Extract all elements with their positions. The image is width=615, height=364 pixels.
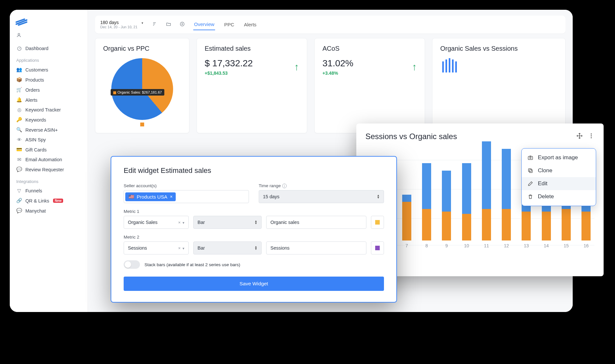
x-tick: 9 xyxy=(445,243,448,248)
label-time-range: Time rangei xyxy=(259,183,384,188)
metric1-color-picker[interactable] xyxy=(371,216,384,229)
nav-products[interactable]: 📦Products xyxy=(13,75,84,85)
time-range-select[interactable]: 15 days ▲▼ xyxy=(259,190,384,203)
nav-reverse-asin-label: Reverse ASIN+ xyxy=(25,127,58,133)
tooltip-swatch-icon xyxy=(113,91,116,94)
bar-segment-organic xyxy=(502,209,511,240)
metric1-alias-input[interactable]: Organic sales xyxy=(266,216,366,229)
bar-column: 7 xyxy=(398,195,415,248)
metric2-select[interactable]: Sessions ×▾ xyxy=(124,241,189,254)
svg-rect-13 xyxy=(529,170,532,173)
eye-icon: 👁 xyxy=(16,137,22,142)
clear-icon[interactable]: × xyxy=(178,246,181,251)
key-icon: 🔑 xyxy=(16,117,22,123)
copy-icon xyxy=(527,168,534,174)
account-chip[interactable]: 🇺🇸 Products USA × xyxy=(125,192,176,201)
topbar: 180 days Dec 14, 20 - Jun 10, 21 Overvie… xyxy=(95,16,566,33)
trend-up-icon: ↑ xyxy=(412,61,417,72)
save-widget-button[interactable]: Save Widget xyxy=(124,277,384,291)
label-seller-accounts: Seller account(s) xyxy=(124,183,249,188)
menu-edit[interactable]: Edit xyxy=(522,177,596,190)
metric2-type-select[interactable]: Bar ▲▼ xyxy=(193,241,262,254)
color-swatch-icon xyxy=(375,246,380,250)
metric1-select[interactable]: Organic Sales ×▾ xyxy=(124,216,189,229)
add-icon[interactable] xyxy=(180,21,185,28)
x-tick: 13 xyxy=(524,243,529,248)
nav-asin-spy[interactable]: 👁ASIN Spy xyxy=(13,135,84,145)
bar-segment-organic xyxy=(542,212,551,240)
nav-funnels[interactable]: ▽Funnels xyxy=(13,186,84,196)
nav-alerts[interactable]: 🔔Alerts xyxy=(13,95,84,105)
metric2-value: Sessions xyxy=(128,245,147,251)
bar-column: 11 xyxy=(478,141,495,248)
card-estimated-sales: Estimated sales $ 17,332.22 +$1,843.53 ↑ xyxy=(197,38,307,133)
tab-overview[interactable]: Overview xyxy=(193,19,215,30)
nav-orders-label: Orders xyxy=(25,87,40,93)
nav-email-automation[interactable]: ✉Email Automation xyxy=(13,155,84,164)
nav-email-automation-label: Email Automation xyxy=(25,157,62,162)
nav-manychat[interactable]: 💬Manychat xyxy=(13,206,84,216)
mini-bars-icon xyxy=(440,58,557,74)
svg-rect-4 xyxy=(445,59,447,72)
svg-point-8 xyxy=(591,134,592,135)
nav-customers[interactable]: 👥Customers xyxy=(13,65,84,75)
nav-gift-cards[interactable]: 💳Gift Cards xyxy=(13,145,84,155)
move-icon[interactable] xyxy=(576,133,583,140)
label-time-range-text: Time range xyxy=(259,183,281,188)
tab-ppc[interactable]: PPC xyxy=(224,19,235,30)
bar-segment-sessions xyxy=(422,163,431,209)
profile-icon[interactable] xyxy=(16,32,84,39)
nav-orders[interactable]: 🛒Orders xyxy=(13,85,84,95)
nav-qr-links-label: QR & Links xyxy=(25,198,49,203)
chat-bubble-icon: 💬 xyxy=(16,208,22,214)
nav-gift-cards-label: Gift Cards xyxy=(25,147,47,152)
metric1-type-value: Bar xyxy=(198,220,205,225)
bar-segment-organic xyxy=(422,209,431,240)
info-icon[interactable]: i xyxy=(282,184,287,188)
stack-bars-toggle[interactable] xyxy=(124,260,140,269)
nav-reverse-asin[interactable]: 🔍Reverse ASIN+ xyxy=(13,125,84,135)
menu-delete[interactable]: Delete xyxy=(522,190,596,203)
gauge-icon xyxy=(16,46,22,51)
legend-swatch-icon xyxy=(140,123,144,126)
chip-remove-icon[interactable]: × xyxy=(170,194,172,199)
funnel-icon: ▽ xyxy=(16,188,22,193)
nav-asin-spy-label: ASIN Spy xyxy=(25,137,46,142)
time-range-value: 15 days xyxy=(263,194,280,199)
x-tick: 11 xyxy=(484,243,489,248)
pencil-icon xyxy=(527,181,534,187)
seller-accounts-input[interactable]: 🇺🇸 Products USA × xyxy=(124,190,249,203)
clear-icon[interactable]: × xyxy=(178,220,181,225)
nav-review-requester[interactable]: 💬Review Requester xyxy=(13,164,84,175)
stepper-icon: ▲▼ xyxy=(377,194,380,199)
nav-dashboard-label: Dashboard xyxy=(25,46,48,51)
pie-chart: Organic Sales: $267,181.67 xyxy=(108,58,176,126)
range-label: 180 days xyxy=(100,20,137,25)
pie-tooltip-text: Organic Sales: $267,181.67 xyxy=(117,90,162,94)
metric1-type-select[interactable]: Bar ▲▼ xyxy=(193,216,262,229)
metric2-color-picker[interactable] xyxy=(371,241,384,254)
menu-clone[interactable]: Clone xyxy=(522,164,596,177)
nav-keyword-tracker[interactable]: ◎Keyword Tracker xyxy=(13,105,84,115)
nav-keywords[interactable]: 🔑Keywords xyxy=(13,115,84,125)
menu-export-image[interactable]: Export as image xyxy=(522,151,596,164)
folder-icon[interactable] xyxy=(166,21,171,28)
pie-tooltip: Organic Sales: $267,181.67 xyxy=(111,89,164,96)
svg-point-0 xyxy=(18,33,20,35)
sort-icon[interactable] xyxy=(152,21,157,28)
nav-qr-links[interactable]: 🔗QR & LinksNew xyxy=(13,196,84,206)
nav-dashboard[interactable]: Dashboard xyxy=(13,44,84,53)
svg-rect-7 xyxy=(455,61,457,72)
link-icon: 🔗 xyxy=(16,198,22,203)
card-acos-title: ACoS xyxy=(322,45,417,52)
more-icon[interactable] xyxy=(588,133,594,140)
trend-up-icon: ↑ xyxy=(294,61,299,72)
nav-keyword-tracker-label: Keyword Tracker xyxy=(25,107,61,112)
bar-segment-organic xyxy=(442,212,451,240)
card-est-value: $ 17,332.22 xyxy=(205,58,253,69)
metric2-alias-input[interactable]: Sessions xyxy=(266,241,366,254)
svg-rect-3 xyxy=(442,61,444,72)
tab-alerts[interactable]: Alerts xyxy=(243,19,257,30)
menu-export-label: Export as image xyxy=(538,154,578,161)
date-range-picker[interactable]: 180 days Dec 14, 20 - Jun 10, 21 xyxy=(100,20,144,29)
